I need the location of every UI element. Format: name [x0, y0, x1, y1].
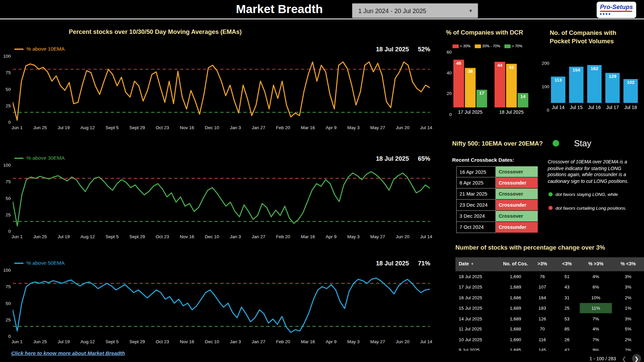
legend-label: % above 50EMA	[27, 260, 65, 266]
table-cell: 2%	[612, 292, 644, 303]
x-tick-label: Jun 25	[33, 125, 47, 130]
x-tick-label: Aug 12	[81, 339, 95, 344]
x-tick-label: Feb 20	[276, 339, 290, 344]
next-page-icon[interactable]: ❯	[632, 354, 641, 362]
bar-group: 113Jul 14	[551, 56, 565, 110]
crossback-status: Crossover	[496, 166, 538, 177]
stocks-table-header: Date▼No. of Cos.>3%<3%% >3%% <3%	[455, 257, 644, 271]
table-cell: 16 Jul 2025	[455, 292, 501, 303]
y-tick-label: 0	[449, 112, 452, 117]
table-cell: 145	[530, 345, 554, 351]
x-tick-label: May 27	[370, 125, 385, 130]
x-axis: Jun 1Jun 25Jul 19Aug 12Sept 5Sept 29Oct …	[11, 339, 432, 344]
chevron-down-icon: ▾	[469, 8, 472, 13]
table-row: 18 Jul 20251,69076514%3%	[455, 271, 644, 282]
table-cell: 1,690	[501, 334, 530, 345]
table-cell: 6%	[580, 282, 612, 292]
bar-group: 154Jul 15	[569, 56, 584, 110]
bar-value-label: 14	[517, 94, 528, 99]
x-tick-label: Nov 16	[180, 339, 194, 344]
column-header[interactable]: No. of Cos.	[501, 257, 530, 271]
line-plot[interactable]	[13, 163, 430, 233]
bar[interactable]: 162	[587, 65, 602, 103]
table-cell: 18 Jul 2025	[455, 271, 501, 282]
crossback-date: 23 Dec 2024	[456, 200, 496, 211]
bar[interactable]: 102	[624, 79, 638, 103]
bar-group: 44421418 Jul 2025	[495, 45, 529, 114]
table-cell: 17 Jul 2025	[455, 282, 501, 292]
y-tick-label: 0	[8, 120, 11, 125]
column-header[interactable]: % >3%	[580, 257, 612, 271]
table-cell: 11 Jul 2025	[455, 324, 501, 334]
red-dot-legend: dot favors curtailing Long positions.	[548, 205, 626, 210]
x-tick-label: Dec 10	[205, 339, 219, 344]
stocks-table-panel: Number of stocks with percentage change …	[455, 244, 644, 351]
table-cell: 1,686	[501, 292, 530, 303]
x-tick-label: 18 Jul 2025	[495, 109, 529, 114]
x-tick-label: Jun 1	[11, 234, 22, 239]
table-row: 16 Jul 20251,6861643110%2%	[455, 292, 644, 303]
prev-page-icon[interactable]: ❮	[622, 356, 626, 362]
x-tick-label: Sept 5	[105, 234, 118, 239]
x-tick-label: Sept 29	[129, 234, 145, 239]
bar-row: 102	[624, 56, 638, 103]
x-tick-label: May 3	[347, 339, 360, 344]
bar[interactable]: 113	[551, 76, 565, 103]
x-tick-label: May 3	[347, 125, 360, 130]
market-breadth-link[interactable]: Click here to know more about Market Bre…	[11, 350, 125, 356]
y-tick-label: 50	[6, 301, 11, 306]
table-row: 11 Jul 20251,68870854%5%	[455, 324, 644, 334]
column-header[interactable]: <3%	[554, 257, 580, 271]
x-tick-label: Jun 20	[396, 339, 410, 344]
bar[interactable]: 46	[453, 59, 464, 107]
legend-label: % above 30EMA	[27, 155, 65, 161]
y-tick-label: 0	[8, 229, 11, 234]
bar-value-label: 129	[605, 73, 620, 79]
green-dot-icon	[548, 192, 552, 196]
x-tick-label: Jun 1	[11, 125, 22, 130]
legend-label: % above 10EMA	[27, 46, 65, 52]
table-cell: 1%	[612, 303, 644, 313]
bar-group: 129Jul 17	[605, 56, 620, 110]
column-header[interactable]: >3%	[530, 257, 554, 271]
bar-value-label: 154	[569, 67, 584, 72]
line-plot[interactable]	[13, 54, 430, 124]
x-tick-label: Jun 1	[11, 339, 22, 344]
chart-body: 1007550250	[0, 163, 432, 233]
bar[interactable]: 42	[506, 64, 517, 108]
x-tick-label: Jul 14	[420, 339, 432, 344]
bar[interactable]: 44	[495, 61, 505, 107]
chart-head: % above 30EMA 18 Jul 2025 65%	[14, 154, 430, 163]
bar[interactable]: 129	[605, 73, 620, 103]
nifty-head: Nifty 500: 10EMA over 20EMA? Stay	[452, 138, 642, 148]
bar-row: 129	[605, 56, 620, 103]
x-tick-label: Oct 23	[156, 234, 169, 239]
bar-group: 162Jul 16	[587, 56, 602, 110]
bar[interactable]: 17	[477, 90, 487, 107]
dcr-chart-body: 6040200 46381717 Jul 202544421418 Jul 20…	[446, 52, 547, 115]
x-tick-label: Oct 23	[156, 125, 169, 130]
crossback-date: 16 Apr 2025	[456, 166, 496, 177]
table-cell: 10 Jul 2025	[455, 334, 501, 345]
table-cell: 10%	[580, 292, 612, 303]
nifty-signal-panel: Nifty 500: 10EMA over 20EMA? Stay Recent…	[452, 138, 642, 233]
page-title: Market Breadth	[236, 2, 323, 16]
table-cell: 3%	[612, 313, 644, 324]
table-cell: 42	[554, 345, 580, 351]
date-range-dropdown[interactable]: 1 Jun 2024 - 20 Jul 2025 ▾	[352, 3, 478, 18]
bar[interactable]: 14	[517, 93, 528, 108]
line-plot[interactable]	[13, 268, 430, 338]
pro-setups-logo: Pro-Setups	[597, 2, 636, 18]
x-tick-label: Jan 27	[252, 339, 265, 344]
column-header[interactable]: Date▼	[455, 257, 501, 271]
column-header[interactable]: % <3%	[612, 257, 644, 271]
bar[interactable]: 38	[465, 68, 476, 107]
x-axis: Jun 1Jun 25Jul 19Aug 12Sept 5Sept 29Oct …	[11, 234, 432, 239]
y-tick-label: 0	[547, 107, 549, 112]
x-tick-label: Jun 25	[33, 339, 47, 344]
table-cell: 183	[530, 303, 554, 313]
x-tick-label: Sept 5	[105, 339, 118, 344]
pocket-pivot-chart: No. of Companies with Pocket Pivot Volum…	[539, 29, 643, 110]
bar[interactable]: 154	[569, 67, 584, 103]
table-cell: 4%	[580, 271, 612, 282]
